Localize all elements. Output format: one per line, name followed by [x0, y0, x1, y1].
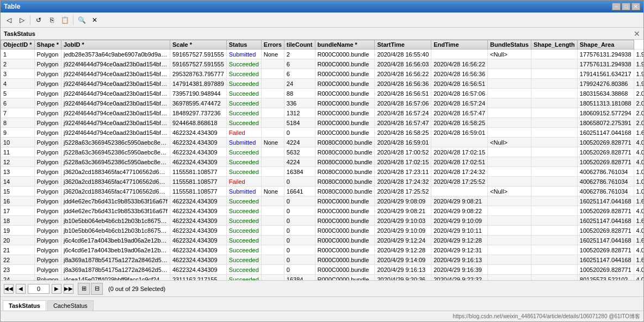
table-row[interactable]: 21Polygonj6c4cd6e17a4043beb19ad06a2e12ba… [1, 245, 644, 255]
table-cell [261, 167, 284, 177]
col-shape[interactable]: Shape * [34, 40, 61, 49]
table-row[interactable]: 24Polygonj4cea145e07ff4029bbff9facc1c9cf… [1, 275, 644, 281]
col-status[interactable]: Status [226, 40, 261, 49]
table-cell: 100520269.828771 [577, 265, 634, 275]
table-cell: 22 [1, 255, 35, 265]
table-cell [531, 187, 577, 196]
table-cell [531, 49, 577, 59]
table-cell: 18489297.737236 [170, 108, 226, 118]
table-cell: Polygon [34, 128, 61, 138]
table-cell [261, 196, 284, 206]
table-cell [531, 89, 577, 98]
table-cell: R000C0000.bundle [315, 196, 375, 206]
col-bundlename[interactable]: bundleName * [315, 40, 375, 49]
table-cell: 4622324.434309 [170, 196, 226, 206]
table-body: 1Polygonjedb28e3573a64c9abe6907a0b9d9a6d… [1, 49, 644, 281]
table-cell: 5184 [284, 118, 315, 128]
col-shapearea[interactable]: Shape_Area [577, 40, 634, 49]
table-cell: 160251147.044168 [577, 236, 634, 245]
table-cell: Polygon [34, 108, 61, 118]
table-cell: R0080C0000.bundle [315, 147, 375, 157]
col-errors[interactable]: Errors [261, 40, 284, 49]
table-cell: 4622324.434309 [170, 226, 226, 236]
table-row[interactable]: 6Polygonj9224f4644d794ce0aad23b0ad154bf0… [1, 98, 644, 108]
table-row[interactable]: 7Polygonj9224f4644d794ce0aad23b0ad154bf0… [1, 108, 644, 118]
view-table-button[interactable]: ⊞ [78, 283, 90, 295]
nav-next-button[interactable]: ▶ [52, 284, 61, 294]
table-cell [531, 206, 577, 216]
table-cell: 2020/4/28 16:57:47 [431, 108, 488, 118]
table-cell: 0 [284, 265, 315, 275]
table-cell: 1.979704e+15 [634, 59, 643, 69]
col-bundlestatus[interactable]: BundleStatus [488, 40, 531, 49]
table-row[interactable]: 12Polygonj5228a63c3669452386c5950aebc8e0… [1, 157, 644, 167]
toolbar-delete-button[interactable]: ✕ [89, 14, 101, 26]
table-row[interactable]: 22Polygonj8a369a1878b54175a1272a28462d5f… [1, 255, 644, 265]
table-row[interactable]: 2Polygonj9224f4644d794ce0aad23b0ad154bf0… [1, 59, 644, 69]
table-row[interactable]: 8Polygonj9224f4644d794ce0aad23b0ad154bf0… [1, 118, 644, 128]
table-cell: 100520269.828771 [577, 138, 634, 147]
toolbar-paste-button[interactable]: 📋 [59, 14, 71, 26]
table-row[interactable]: 1Polygonjedb28e3573a64c9abe6907a0b9d9a6d… [1, 49, 644, 59]
table-cell [261, 69, 284, 79]
table-cell: R000C0000.bundle [315, 128, 375, 138]
table-row[interactable]: 9Polygonj9224f4644d794ce0aad23b0ad154bf0… [1, 128, 644, 138]
toolbar-search-button[interactable]: 🔍 [76, 14, 88, 26]
toolbar-refresh-button[interactable]: ↺ [33, 14, 45, 26]
table-row[interactable]: 14Polygonj3620a2cd1883465fac477106562d63… [1, 177, 644, 187]
col-objectid[interactable]: ObjectID * [1, 40, 35, 49]
page-number-input[interactable]: 0 [28, 284, 49, 294]
table-cell [488, 79, 531, 89]
table-cell: 16384 [284, 275, 315, 281]
table-cell [531, 147, 577, 157]
table-row[interactable]: 18Polygonjb10e5bb064eb4b6cb12b03b1c86752… [1, 216, 644, 226]
table-row[interactable]: 16Polygonjdd4e62ec7b6d431c9b8533b63f16a6… [1, 196, 644, 206]
table-cell [531, 226, 577, 236]
table-cell [261, 236, 284, 245]
toolbar-forward-button[interactable]: ▷ [16, 14, 28, 26]
table-cell: 24 [1, 275, 35, 281]
nav-prev-button[interactable]: ◀ [16, 284, 26, 294]
table-row[interactable]: 11Polygonj5228a63c3669452386c5950aebc8e0… [1, 147, 644, 157]
col-endtime[interactable]: EndTime [431, 40, 488, 49]
maximize-button[interactable]: □ [622, 3, 630, 10]
table-row[interactable]: 3Polygonj9224f4644d794ce0aad23b0ad154bf0… [1, 69, 644, 79]
table-cell [488, 245, 531, 255]
table-row[interactable]: 4Polygonj9224f4644d794ce0aad23b0ad154bf0… [1, 79, 644, 89]
table-cell [488, 89, 531, 98]
table-cell: 80125573.522102 [577, 275, 634, 281]
col-scale[interactable]: Scale * [170, 40, 226, 49]
table-row[interactable]: 20Polygonj6c4cd6e17a4043beb19ad06a2e12ba… [1, 236, 644, 245]
table-cell: 21 [1, 245, 35, 255]
table-cell: Polygon [34, 196, 61, 206]
table-row[interactable]: 23Polygonj8a369a1878b54175a1272a28462d5f… [1, 265, 644, 275]
minimize-button[interactable]: − [612, 3, 621, 10]
col-tilecount[interactable]: tileCount [284, 40, 315, 49]
table-row[interactable]: 17Polygonjdd4e62ec7b6d431c9b8533b63f16a6… [1, 206, 644, 216]
nav-last-button[interactable]: ▶▶ [64, 284, 73, 294]
table-row[interactable]: 5Polygonj9224f4644d794ce0aad23b0ad154bf0… [1, 89, 644, 98]
col-jobid[interactable]: JobID * [61, 40, 170, 49]
table-cell: Succeeded [226, 167, 261, 177]
tab-taskstatus[interactable]: TaskStatus [3, 300, 46, 311]
table-cell: 8 [1, 118, 35, 128]
table-cell: 4.085342e+14 [634, 245, 643, 255]
table-row[interactable]: 13Polygonj3620a2cd1883465fac477106562d63… [1, 167, 644, 177]
toolbar-back-button[interactable]: ◁ [3, 14, 15, 26]
tab-cachestatus[interactable]: CacheStatus [47, 300, 94, 311]
table-container[interactable]: ObjectID * Shape * JobID * Scale * Statu… [1, 40, 643, 280]
nav-first-button[interactable]: ◀◀ [4, 284, 14, 294]
view-card-button[interactable]: ⊟ [91, 283, 103, 295]
table-cell: 4622324.434309 [170, 265, 226, 275]
table-row[interactable]: 10Polygonj5228a63c3669452386c5950aebc8e0… [1, 138, 644, 147]
table-cell: 591657527.591555 [170, 59, 226, 69]
table-row[interactable]: 15Polygonj3620a2cd1883465fac477106562d63… [1, 187, 644, 196]
col-starttime[interactable]: StartTime [375, 40, 431, 49]
table-cell: 1.605027e+15 [634, 236, 643, 245]
col-shapelength[interactable]: Shape_Length [531, 40, 577, 49]
table-row[interactable]: 19Polygonjb10e5bb064eb4b6cb12b03b1c86752… [1, 226, 644, 236]
toolbar-copy-button[interactable]: ⎘ [46, 14, 58, 26]
close-window-button[interactable]: ✕ [631, 3, 640, 10]
taskstatus-close-button[interactable]: ✕ [634, 29, 640, 38]
table-cell: Failed [226, 177, 261, 187]
